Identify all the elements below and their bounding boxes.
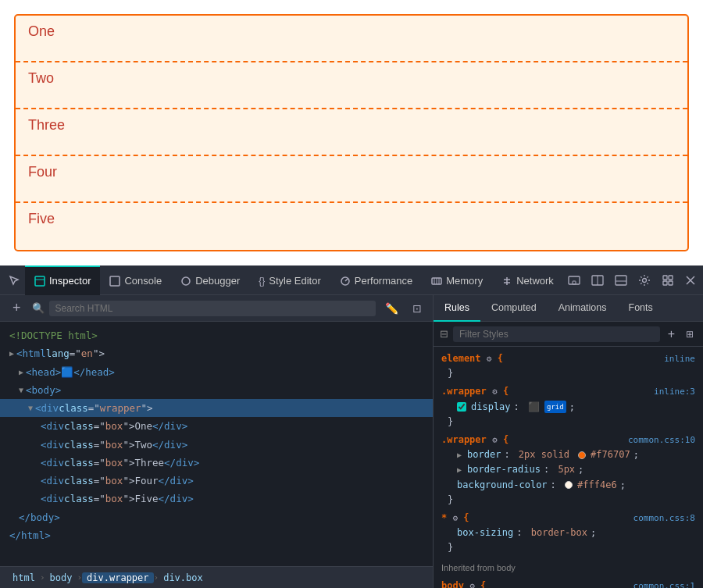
styles-content: element ⚙ { inline } .wrapper ⚙ { inline… — [434, 347, 703, 588]
svg-rect-2 — [110, 276, 120, 286]
edit-html-button[interactable]: ✏️ — [380, 299, 403, 318]
tree-html[interactable]: ▶<html lang="en"> — [0, 344, 433, 362]
tab-debugger[interactable]: Debugger — [171, 265, 249, 295]
more-options-button[interactable] — [657, 271, 679, 290]
gear-icon: ⚙ — [487, 354, 492, 364]
box-preview-one: One — [16, 16, 687, 62]
tab-network-label: Network — [516, 275, 554, 287]
settings-button[interactable] — [633, 271, 655, 290]
tree-div-two[interactable]: <div class="box">Two</div> — [0, 436, 433, 454]
tab-debugger-label: Debugger — [195, 275, 240, 287]
svg-rect-19 — [669, 281, 673, 285]
gear-icon-4: ⚙ — [452, 513, 458, 523]
css-source-wrapper-1: inline:3 — [654, 385, 695, 399]
inherited-label: Inherited from body — [434, 557, 703, 577]
breadcrumb-box[interactable]: div.box — [159, 572, 208, 583]
svg-point-3 — [182, 277, 190, 285]
breadcrumb-sep-1: › — [40, 572, 45, 583]
css-closing-brace-3: } — [441, 493, 695, 508]
border-color-swatch[interactable] — [578, 451, 586, 459]
tree-div-one[interactable]: <div class="box">One</div> — [0, 417, 433, 435]
breadcrumb-sep-2: › — [77, 572, 82, 583]
css-selector-wrapper-2[interactable]: .wrapper ⚙ { — [441, 433, 509, 447]
tab-performance[interactable]: Performance — [330, 265, 422, 295]
search-icon: 🔍 — [32, 302, 45, 314]
expand-button[interactable]: ⊡ — [408, 299, 426, 318]
tab-memory[interactable]: Memory — [422, 265, 492, 295]
tab-inspector[interactable]: Inspector — [25, 265, 100, 295]
css-selector-element[interactable]: element ⚙ { — [441, 351, 503, 366]
add-style-rule-button[interactable]: + — [665, 327, 678, 341]
preview-area: OneTwoThreeFourFive — [0, 0, 703, 265]
responsive-design-button[interactable] — [563, 271, 585, 290]
styles-tab-rules[interactable]: Rules — [434, 295, 480, 322]
bgcolor-swatch[interactable] — [565, 481, 573, 489]
breadcrumb-html[interactable]: html — [8, 572, 40, 583]
tab-performance-label: Performance — [355, 275, 412, 287]
gear-icon-2: ⚙ — [492, 387, 498, 397]
devtools-right-icons — [563, 271, 703, 290]
box-preview-two: Two — [16, 62, 687, 109]
html-search-bar: + 🔍 ✏️ ⊡ — [0, 295, 433, 322]
add-node-button[interactable]: + — [6, 300, 27, 316]
styles-tab-animations[interactable]: Animations — [548, 295, 618, 322]
styles-filter-bar: ⊟ + ⊞ — [434, 322, 703, 347]
tree-div-five[interactable]: <div class="box">Five</div> — [0, 490, 433, 508]
tree-html-close: </html> — [0, 526, 433, 544]
css-prop-display-checkbox[interactable] — [457, 402, 466, 412]
pick-element-button[interactable] — [3, 271, 25, 290]
devtools-main: + 🔍 ✏️ ⊡ <!DOCTYPE html> ▶<html lang="en… — [0, 295, 703, 588]
svg-rect-18 — [663, 281, 667, 285]
css-source-universal: common.css:8 — [633, 511, 695, 526]
svg-rect-9 — [569, 276, 580, 284]
css-rule-universal: * ⚙ { common.css:8 box-sizing: border-bo… — [434, 509, 703, 558]
box-preview-three: Three — [16, 109, 687, 156]
css-selector-wrapper-1[interactable]: .wrapper ⚙ { — [441, 384, 509, 399]
tab-inspector-label: Inspector — [49, 275, 91, 287]
svg-rect-17 — [669, 276, 673, 280]
expand-border-radius-icon[interactable]: ▶ — [457, 464, 462, 476]
svg-rect-0 — [35, 276, 45, 286]
tab-network[interactable]: Network — [492, 265, 563, 295]
tab-memory-label: Memory — [446, 275, 483, 287]
tree-head[interactable]: ▶<head>🟦</head> — [0, 363, 433, 381]
devtools-toolbar: Inspector Console Debugger {} Style Edit… — [0, 265, 703, 295]
tree-doctype: <!DOCTYPE html> — [0, 326, 433, 344]
split-view-button[interactable] — [587, 271, 608, 290]
css-selector-body[interactable]: body ⚙ { — [441, 579, 486, 588]
search-html-input[interactable] — [49, 301, 376, 316]
css-prop-box-sizing: box-sizing: border-box; — [441, 526, 695, 540]
close-devtools-button[interactable] — [680, 272, 701, 289]
filter-styles-input[interactable] — [453, 326, 660, 342]
css-prop-border-radius: ▶border-radius: 5px; — [441, 462, 695, 477]
svg-rect-16 — [663, 276, 667, 280]
css-rule-wrapper-1: .wrapper ⚙ { inline:3 display: ⬛grid; } — [434, 383, 703, 431]
breadcrumb-body[interactable]: body — [45, 572, 77, 583]
breadcrumb-sep-3: › — [154, 572, 159, 583]
css-source-wrapper-2: common.css:10 — [628, 433, 695, 447]
tree-body[interactable]: ▼<body> — [0, 381, 433, 399]
box-preview-four: Four — [16, 156, 687, 203]
styles-tab-computed[interactable]: Computed — [480, 295, 548, 322]
tree-div-four[interactable]: <div class="box">Four</div> — [0, 472, 433, 490]
css-source-body: common.css:1 — [633, 579, 695, 588]
grid-badge: grid — [544, 401, 566, 413]
tab-style-editor[interactable]: {} Style Editor — [249, 265, 330, 295]
box-preview-five: Five — [16, 203, 687, 250]
css-selector-universal[interactable]: * ⚙ { — [441, 511, 469, 526]
dock-button[interactable] — [610, 271, 632, 290]
styles-tab-fonts[interactable]: Fonts — [618, 295, 664, 322]
tab-console[interactable]: Console — [100, 265, 171, 295]
tree-div-wrapper[interactable]: ▼<div class="wrapper"> — [0, 399, 433, 417]
breadcrumb-wrapper[interactable]: div.wrapper — [82, 572, 153, 583]
css-source-element: inline — [664, 352, 695, 366]
tree-div-three[interactable]: <div class="box">Three</div> — [0, 454, 433, 472]
svg-point-15 — [642, 278, 646, 282]
breadcrumb: html › body › div.wrapper › div.box — [0, 566, 433, 588]
expand-border-icon[interactable]: ▶ — [457, 449, 462, 461]
tab-style-editor-label: Style Editor — [269, 275, 320, 287]
copy-styles-button[interactable]: ⊞ — [683, 329, 697, 340]
css-rule-body: body ⚙ { common.css:1 font-family: "Gill… — [434, 577, 703, 588]
css-prop-border: ▶border: 2px solid #f76707; — [441, 447, 695, 462]
styles-tabs: Rules Computed Animations Fonts — [434, 295, 703, 322]
